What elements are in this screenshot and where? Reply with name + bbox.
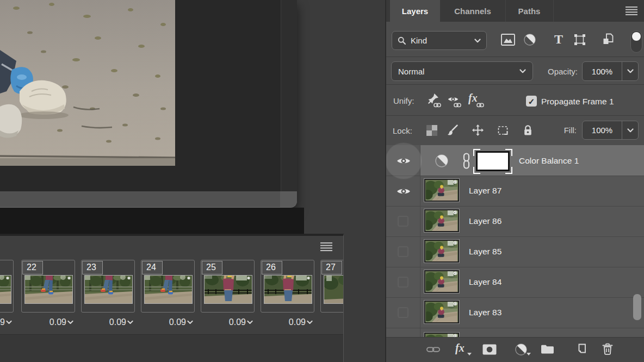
fill-label: Fill: bbox=[545, 121, 577, 140]
fill-field[interactable]: 100% bbox=[582, 121, 639, 140]
canvas-vertical-scrollbar[interactable] bbox=[281, 0, 297, 191]
frame-thumbnail bbox=[24, 275, 73, 304]
fill-dropdown[interactable] bbox=[622, 121, 638, 139]
layer-row[interactable]: Layer 83 bbox=[420, 297, 644, 328]
animation-frame[interactable]: 22 bbox=[21, 260, 75, 313]
mask-link-icon[interactable] bbox=[462, 153, 470, 169]
layer-name[interactable]: Layer 84 bbox=[469, 277, 501, 287]
link-layers-icon[interactable] bbox=[426, 346, 440, 353]
canvas-horizontal-scrollbar[interactable] bbox=[0, 191, 297, 208]
layer-name[interactable]: Layer 85 bbox=[469, 247, 501, 257]
pixel-layer-filter-icon[interactable] bbox=[501, 34, 515, 46]
tab-divider bbox=[553, 0, 554, 22]
new-layer-icon[interactable] bbox=[575, 344, 586, 354]
triangle-down-icon bbox=[467, 353, 472, 355]
layer-name[interactable]: Layer 86 bbox=[469, 216, 501, 226]
unify-layer-visibility-icon[interactable] bbox=[448, 96, 459, 103]
panel-menu-icon[interactable] bbox=[625, 7, 638, 15]
lock-all-icon[interactable] bbox=[523, 124, 533, 136]
chevron-down-icon bbox=[127, 320, 133, 324]
layer-row[interactable]: Layer 84 bbox=[420, 267, 644, 297]
layer-row[interactable]: Layer 87 bbox=[420, 176, 644, 206]
divider bbox=[386, 115, 644, 116]
visibility-toggle-empty[interactable] bbox=[398, 216, 408, 227]
animation-frame[interactable]: 25 bbox=[201, 260, 255, 313]
layer-thumbnail[interactable] bbox=[424, 209, 459, 232]
timeline-menu-icon[interactable] bbox=[320, 242, 333, 251]
adjustment-layer-icon[interactable] bbox=[435, 154, 448, 167]
frame-delay-select[interactable]: 0.09 bbox=[141, 316, 195, 328]
layer-row[interactable]: Layer 86 bbox=[420, 206, 644, 236]
frame-delay-select[interactable]: 0.09 bbox=[261, 316, 314, 328]
propagate-frame-checkbox[interactable]: ✓ bbox=[526, 96, 537, 107]
tab-divider bbox=[505, 0, 506, 22]
add-layer-mask-icon[interactable] bbox=[482, 344, 497, 355]
animation-frame[interactable]: 23 bbox=[81, 260, 135, 313]
layer-thumbnail[interactable] bbox=[424, 179, 459, 202]
chevron-down-icon bbox=[627, 128, 634, 133]
adjustment-layer-filter-icon[interactable] bbox=[524, 34, 536, 46]
layer-mask-thumbnail[interactable] bbox=[473, 149, 512, 174]
canvas-photo[interactable] bbox=[0, 0, 175, 166]
chevron-down-icon bbox=[474, 39, 481, 43]
frame-thumbnail bbox=[144, 275, 193, 304]
lock-position-icon[interactable] bbox=[472, 124, 484, 136]
opacity-dropdown[interactable] bbox=[622, 62, 638, 80]
chevron-down-icon bbox=[67, 320, 73, 324]
frame-thumbnail bbox=[84, 275, 133, 304]
frame-delay-select[interactable]: 0.09 bbox=[81, 316, 135, 328]
opacity-value[interactable]: 100% bbox=[583, 62, 622, 80]
visibility-toggle-empty[interactable] bbox=[398, 277, 408, 288]
lock-label: Lock: bbox=[393, 126, 412, 135]
window-shadow-area bbox=[0, 208, 304, 234]
opacity-field[interactable]: 100% bbox=[582, 61, 639, 81]
divider bbox=[386, 57, 644, 57]
chevron-down-icon bbox=[307, 320, 313, 324]
new-group-icon[interactable] bbox=[541, 344, 554, 354]
frame-delay-select[interactable]: 0.09 bbox=[0, 316, 14, 328]
filter-kind-select[interactable]: Kind bbox=[392, 31, 487, 50]
visibility-toggle-empty[interactable] bbox=[398, 246, 408, 257]
frame-delay-select[interactable]: 0.09 bbox=[201, 316, 255, 328]
mask-thumbnail-white bbox=[476, 151, 510, 171]
animation-frame[interactable] bbox=[0, 260, 14, 313]
layer-row[interactable]: Color Balance 1 bbox=[420, 145, 644, 176]
filter-kind-label: Kind bbox=[411, 36, 474, 45]
tab-paths[interactable]: Paths bbox=[505, 0, 553, 22]
animation-frame[interactable]: 24 bbox=[141, 260, 195, 313]
delete-layer-icon[interactable] bbox=[602, 343, 613, 355]
timeline-panel: 0.09 22 0.09 23 0.09 24 0.09 25 0.09 26 bbox=[0, 234, 344, 362]
new-adjustment-layer-icon[interactable] bbox=[515, 344, 527, 355]
timeline-lower-area bbox=[0, 334, 344, 362]
layer-thumbnail[interactable] bbox=[424, 270, 459, 293]
animation-frame[interactable]: 26 bbox=[261, 260, 314, 313]
layer-thumbnail[interactable] bbox=[424, 240, 459, 263]
layer-thumbnail[interactable] bbox=[424, 301, 459, 323]
visibility-toggle-eye-icon[interactable] bbox=[397, 187, 411, 196]
scrollbar-thumb[interactable] bbox=[633, 294, 641, 320]
layer-name[interactable]: Layer 83 bbox=[469, 308, 501, 317]
type-layer-filter-icon[interactable]: T bbox=[552, 32, 565, 47]
chevron-down-icon bbox=[627, 69, 634, 73]
visibility-toggle-empty[interactable] bbox=[398, 307, 408, 318]
tab-layers[interactable]: Layers bbox=[390, 0, 440, 22]
frame-delay-select[interactable]: 0.09 bbox=[21, 316, 75, 328]
shape-layer-filter-icon[interactable] bbox=[574, 34, 586, 46]
layer-row[interactable]: Layer 85 bbox=[420, 236, 644, 267]
layer-style-icon[interactable]: fx bbox=[455, 342, 465, 354]
animation-frame[interactable]: 27 bbox=[320, 260, 344, 313]
blend-mode-select[interactable]: Normal bbox=[391, 61, 533, 81]
layer-name[interactable]: Layer 87 bbox=[469, 186, 501, 196]
lock-transparent-pixels-icon[interactable] bbox=[426, 125, 437, 136]
lock-artboard-icon[interactable] bbox=[497, 125, 509, 136]
smart-object-filter-icon[interactable] bbox=[602, 33, 614, 45]
fill-value[interactable]: 100% bbox=[583, 121, 622, 139]
frame-thumbnail bbox=[204, 275, 252, 304]
layer-row-partial[interactable] bbox=[420, 328, 644, 337]
lock-image-pixels-icon[interactable] bbox=[447, 124, 458, 136]
filter-toggle[interactable] bbox=[630, 30, 642, 53]
layer-name[interactable]: Color Balance 1 bbox=[519, 156, 579, 166]
visibility-toggle-eye-icon[interactable] bbox=[397, 157, 411, 165]
tab-channels[interactable]: Channels bbox=[440, 0, 505, 22]
triangle-down-icon bbox=[527, 353, 531, 355]
